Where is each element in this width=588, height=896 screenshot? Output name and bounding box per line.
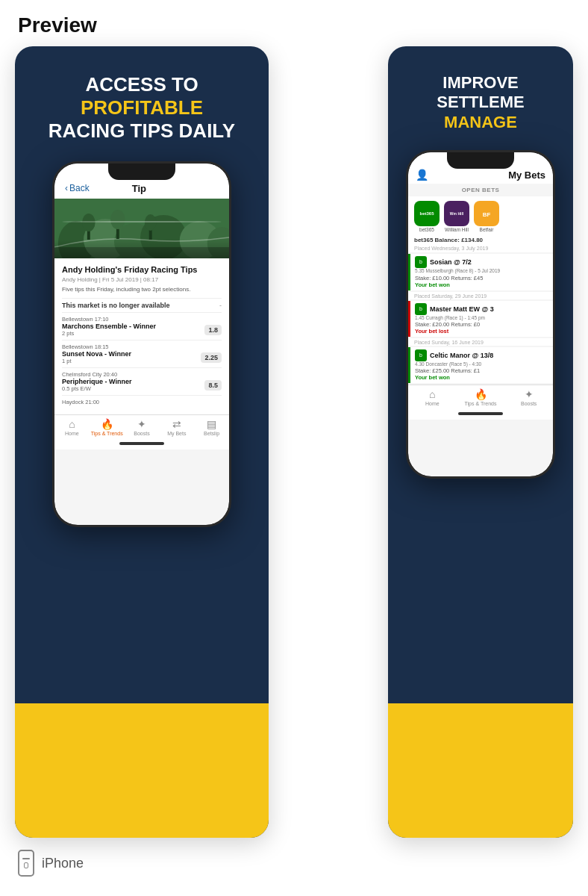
bet365-small-badge-3: b <box>415 349 427 361</box>
tab-boosts[interactable]: ✦ Boosts <box>125 418 160 436</box>
bookie-williamhill-col[interactable]: Wm Hill William Hill <box>444 201 469 232</box>
home-indicator <box>54 438 229 449</box>
tip-venue-2: Bellewstown 18:15 <box>62 343 222 350</box>
article-content: Andy Holding's Friday Racing Tips Andy H… <box>54 258 229 415</box>
tab-home-label: Home <box>65 431 79 436</box>
tab-betslip-label: Betslip <box>204 431 219 436</box>
tip-row-1: Bellewstown 17:10 Marchons Ensemble - Wi… <box>62 312 222 340</box>
tip-pts-3: 0.5 pts E/W <box>62 385 131 392</box>
tip-venue-3: Chelmsford City 20:40 <box>62 371 222 378</box>
bookie-bet365-col[interactable]: bet365 bet365 <box>414 201 440 232</box>
left-card-yellow <box>15 703 269 838</box>
iphone-icon <box>18 850 34 877</box>
bet-celtic-race: 4.30 Doncaster (Race 5) - 4:30 <box>415 361 548 367</box>
svg-point-9 <box>82 214 96 231</box>
svg-point-11 <box>110 210 125 229</box>
left-line-yellow: PROFITABLE <box>33 96 251 119</box>
placed-date-1: Placed Wednesday, 3 July 2019 <box>408 245 553 252</box>
left-line1: ACCESS TO <box>33 73 251 96</box>
bet365-badge: bet365 <box>414 201 440 226</box>
tip-horse-1: Marchons Ensemble - Winner <box>62 323 156 330</box>
page-title: Preview <box>0 0 588 46</box>
right-tab-home[interactable]: ⌂ Home <box>408 388 457 406</box>
right-tab-tips[interactable]: 🔥 Tips & Trends <box>457 388 505 406</box>
right-phone-screen: 👤 My Bets OPEN BETS bet365 bet365 Wm Hil… <box>408 152 553 476</box>
arrows-icon: ⇄ <box>172 418 181 430</box>
race-track <box>62 221 222 223</box>
right-home-indicator <box>408 408 553 420</box>
left-phone-mockup: ‹ Back Tip <box>52 161 231 527</box>
tip-odds-2: 2.25 <box>201 352 222 363</box>
left-card-header: ACCESS TO PROFITABLE RACING TIPS DAILY <box>15 46 269 161</box>
bet365-small-badge-2: b <box>415 303 427 315</box>
tab-betslip[interactable]: ▤ Betslip <box>194 418 229 436</box>
betslip-icon: ▤ <box>207 418 216 430</box>
tip-details-2: Sunset Nova - Winner 1 pt 2.25 <box>62 350 222 364</box>
article-desc: Five tips this Friday, including two 2pt… <box>62 286 222 293</box>
right-phone-notch <box>447 152 514 169</box>
bet-master-matt: b Master Matt EW @ 3 1.45 Curragh (Race … <box>408 301 553 337</box>
williamhill-badge: Wm Hill <box>444 201 469 226</box>
bet365-small-badge: b <box>415 256 427 268</box>
left-line2: RACING TIPS DAILY <box>33 119 251 143</box>
right-home-icon: ⌂ <box>429 388 435 400</box>
tip-odds-1: 1.8 <box>204 325 222 335</box>
bookmaker-row: bet365 bet365 Wm Hill William Hill BF <box>408 196 553 235</box>
right-tab-boosts-label: Boosts <box>521 401 537 406</box>
left-phone-screen: ‹ Back Tip <box>54 164 229 525</box>
fire-icon: 🔥 <box>101 418 113 430</box>
tab-my-bets[interactable]: ⇄ My Bets <box>159 418 194 436</box>
tip-pts-1: 2 pts <box>62 330 156 337</box>
bet-celtic-manor: b Celtic Manor @ 13/8 4.30 Doncaster (Ra… <box>408 347 553 383</box>
betfair-badge: BF <box>474 201 499 226</box>
tab-mybets-label: My Bets <box>167 431 186 436</box>
tip-pts-2: 1 pt <box>62 358 131 364</box>
tip-venue-1: Bellewstown 17:10 <box>62 316 222 323</box>
right-tab-tips-label: Tips & Trends <box>465 401 497 406</box>
tip-row-4: Haydock 21:00 <box>62 395 222 408</box>
tip-horse-2: Sunset Nova - Winner <box>62 350 131 358</box>
iphone-text: iPhone <box>42 856 84 871</box>
bet-mastermat-result: Your bet lost <box>415 328 548 335</box>
balance-text: bet365 Balance: £134.80 <box>408 235 553 245</box>
right-rocket-icon: ✦ <box>525 388 534 400</box>
tip-details-3: Peripherique - Winner 0.5 pts E/W 8.5 <box>62 378 222 392</box>
tab-tips-label: Tips & Trends <box>91 431 123 436</box>
article-title: Andy Holding's Friday Racing Tips <box>62 264 222 275</box>
crowd-overlay <box>54 240 229 258</box>
right-phone-card: IMPROVE SETTLEME MANAGE 👤 My Bets OPEN B… <box>388 46 573 838</box>
tab-home[interactable]: ⌂ Home <box>54 418 90 436</box>
bet365-name: bet365 <box>419 227 434 232</box>
bet-sosian: b Sosian @ 7/2 5.35 Musselburgh (Race 8)… <box>408 254 553 290</box>
home-bar <box>119 442 164 445</box>
right-card-header: IMPROVE SETTLEME MANAGE <box>388 46 573 150</box>
nav-title: Tip <box>132 183 146 194</box>
phone-notch <box>108 164 175 180</box>
bookie-betfair-col[interactable]: BF Betfair <box>474 201 499 232</box>
rocket-icon: ✦ <box>137 418 146 430</box>
tab-tips-trends[interactable]: 🔥 Tips & Trends <box>90 418 125 436</box>
left-phone-mockup-container: ‹ Back Tip <box>15 161 269 527</box>
right-line2: SETTLEME <box>406 93 555 112</box>
right-tab-home-label: Home <box>425 401 440 406</box>
back-button[interactable]: ‹ Back <box>65 183 90 193</box>
race-image <box>54 199 229 258</box>
market-unavailable-text: This market is no longer available <box>62 302 170 309</box>
bet-mastermat-race: 1.45 Curragh (Race 1) - 1:45 pm <box>415 315 548 321</box>
placed-date-3: Placed Sunday, 16 June 2019 <box>408 338 553 346</box>
tip-venue-4: Haydock 21:00 <box>62 399 222 405</box>
bet-mastermat-horse: Master Matt EW @ 3 <box>430 305 494 313</box>
right-bottom-tabs: ⌂ Home 🔥 Tips & Trends ✦ Boosts <box>408 385 553 408</box>
right-fire-icon: 🔥 <box>475 388 487 400</box>
right-card-yellow <box>388 703 573 838</box>
bet-sosian-horse: Sosian @ 7/2 <box>430 258 472 266</box>
right-tab-boosts[interactable]: ✦ Boosts <box>504 388 553 406</box>
market-dash: - <box>219 302 222 309</box>
left-phone-card: ACCESS TO PROFITABLE RACING TIPS DAILY ‹… <box>15 46 269 838</box>
right-home-bar <box>458 412 503 415</box>
bet-celtic-horse: Celtic Manor @ 13/8 <box>430 352 493 359</box>
right-nav-title: My Bets <box>508 169 545 181</box>
right-phone-mockup: 👤 My Bets OPEN BETS bet365 bet365 Wm Hil… <box>406 150 555 479</box>
bet-mastermat-stake: Stake: £20.00 Returns: £0 <box>415 321 548 328</box>
user-icon: 👤 <box>416 169 428 181</box>
